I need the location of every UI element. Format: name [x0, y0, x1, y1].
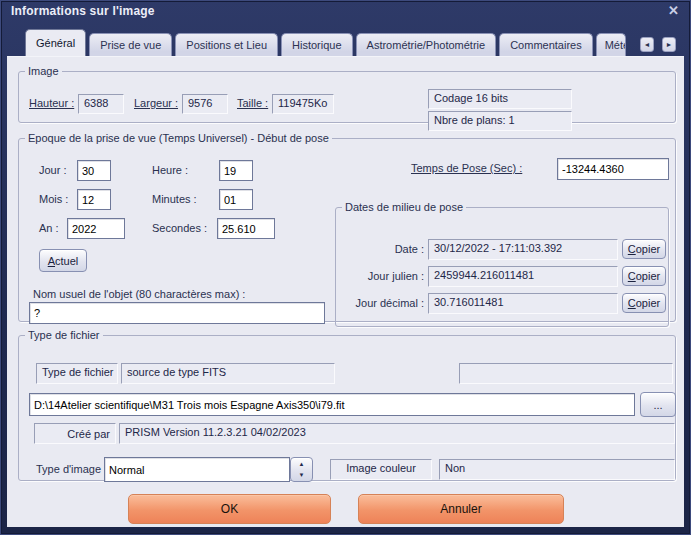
cree-par-label-box: Créé par [34, 423, 116, 444]
dates-milieu-legend: Dates de milieu de pose [342, 201, 466, 213]
mois-input[interactable] [77, 189, 111, 210]
nom-usuel-input[interactable] [29, 302, 325, 324]
jour-julien-value: 2459944.216011481 [428, 266, 618, 287]
nbre-plans-value: Nbre de plans: 1 [428, 111, 572, 131]
titlebar: Informations sur l'image ✕ [0, 0, 691, 24]
nom-usuel-label: Nom usuel de l'objet (80 charactères max… [33, 288, 245, 300]
secondes-input[interactable] [217, 218, 275, 239]
hauteur-value: 6388 [78, 94, 124, 114]
tab-historique[interactable]: Historique [281, 33, 353, 56]
an-label: An : [39, 222, 59, 234]
jour-julien-label: Jour julien : [338, 266, 424, 286]
ok-button[interactable]: OK [128, 494, 331, 524]
tab-scroll-left-icon[interactable]: ◄ [640, 37, 654, 52]
actuel-button[interactable]: Actuel [39, 249, 87, 272]
jour-label: Jour : [39, 164, 67, 176]
tab-bar: Général Prise de vue Positions et Lieu H… [7, 29, 684, 56]
type-fichier-extra-box [459, 363, 673, 384]
spinner-up-icon[interactable]: ▲ [299, 458, 305, 470]
date-label: Date : [338, 239, 424, 259]
temps-pose-label[interactable]: Temps de Pose (Sec) : [411, 162, 522, 174]
type-image-label: Type d'image [36, 463, 101, 475]
taille-value: 119475Ko [272, 94, 334, 114]
tab-astrometrie-photometrie[interactable]: Astrométrie/Photométrie [356, 33, 497, 56]
file-path-input[interactable] [29, 393, 635, 416]
jour-input[interactable] [77, 160, 111, 181]
type-fichier-label-box: Type de fichier [36, 363, 118, 384]
temps-pose-input[interactable] [557, 158, 669, 180]
dates-milieu-group: Dates de milieu de pose Date : 30/12/202… [335, 201, 669, 327]
mois-label: Mois : [39, 193, 68, 205]
tab-page-general: Image Hauteur : 6388 Largeur : 9576 Tail… [7, 56, 684, 527]
heure-label: Heure : [152, 164, 188, 176]
image-group: Image Hauteur : 6388 Largeur : 9576 Tail… [18, 65, 676, 123]
heure-input[interactable] [219, 160, 253, 181]
tab-positions-et-lieu[interactable]: Positions et Lieu [175, 33, 278, 56]
image-couleur-label-box: Image couleur [330, 459, 432, 480]
tab-commentaires[interactable]: Commentaires [499, 33, 593, 56]
jour-decimal-label: Jour décimal : [338, 293, 424, 313]
tab-prise-de-vue[interactable]: Prise de vue [89, 33, 172, 56]
largeur-value: 9576 [182, 94, 228, 114]
date-value: 30/12/2022 - 17:11:03.392 [428, 239, 618, 260]
secondes-label: Secondes : [152, 222, 207, 234]
minutes-input[interactable] [219, 189, 253, 210]
taille-label[interactable]: Taille : [237, 97, 268, 109]
type-fichier-value: source de type FITS [121, 363, 335, 384]
hauteur-label[interactable]: Hauteur : [29, 97, 74, 109]
dialog-window: Informations sur l'image ✕ Général Prise… [0, 0, 691, 535]
copier-jour-julien-button[interactable]: Copier [622, 266, 666, 286]
tab-general[interactable]: Général [25, 29, 86, 56]
epoque-group: Epoque de la prise de vue (Temps Univers… [18, 132, 676, 322]
annuler-button[interactable]: Annuler [358, 494, 564, 524]
minutes-label: Minutes : [152, 193, 197, 205]
codage-value: Codage 16 bits [428, 89, 572, 109]
browse-button[interactable]: ... [640, 392, 676, 417]
type-image-spinner[interactable]: ▲ ▼ [290, 457, 313, 482]
type-image-combo[interactable] [104, 457, 290, 482]
dialog-title: Informations sur l'image [11, 4, 155, 18]
cree-par-value: PRISM Version 11.2.3.21 04/02/2023 [119, 423, 675, 444]
type-fichier-group: Type de fichier Type de fichier source d… [18, 329, 676, 481]
type-fichier-legend: Type de fichier [25, 329, 103, 341]
image-group-legend: Image [25, 65, 62, 77]
image-couleur-value: Non [439, 459, 675, 480]
tab-scroll-right-icon[interactable]: ► [662, 37, 676, 52]
close-icon[interactable]: ✕ [668, 3, 679, 18]
an-input[interactable] [67, 218, 125, 239]
epoque-group-legend: Epoque de la prise de vue (Temps Univers… [25, 132, 332, 144]
spinner-down-icon[interactable]: ▼ [299, 470, 305, 482]
largeur-label[interactable]: Largeur : [134, 97, 178, 109]
tab-meteo[interactable]: Météo [596, 33, 626, 56]
copier-date-button[interactable]: Copier [622, 239, 666, 259]
jour-decimal-value: 30.716011481 [428, 293, 618, 314]
copier-jour-decimal-button[interactable]: Copier [622, 293, 666, 313]
